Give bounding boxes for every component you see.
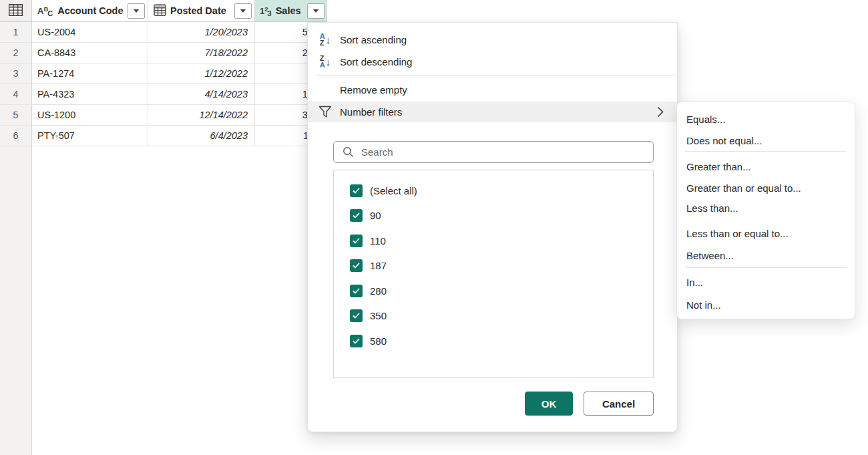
number-filters-submenu: Equals... Does not equal... Greater than… [676,102,855,319]
cell-posted-date[interactable]: 1/20/2023 [148,22,255,43]
checkbox-item-value[interactable]: 280 [334,282,653,299]
search-input[interactable] [360,146,653,158]
checkbox-checked-icon[interactable] [350,285,363,297]
checkbox-checked-icon[interactable] [350,309,363,322]
column-header-label: Account Code [57,5,123,16]
menu-item-remove-empty[interactable]: Remove empty [308,79,677,100]
column-header-label: Posted Date [170,5,226,16]
submenu-item-does-not-equal[interactable]: Does not equal... [677,130,855,150]
row-number[interactable]: 3 [0,63,32,84]
table-grid-icon [9,4,23,18]
checkbox-checked-icon[interactable] [350,184,363,197]
submenu-chevron-right-icon [657,106,664,120]
submenu-item-between[interactable]: Between... [677,245,855,265]
checkbox-checked-icon[interactable] [350,335,363,347]
posted-date-filter-button[interactable] [234,3,252,19]
checkbox-item-value[interactable]: 110 [334,232,653,249]
submenu-item-greater-than[interactable]: Greater than... [677,156,855,176]
cell-account-code[interactable]: US-1200 [32,105,148,126]
search-icon [343,146,354,158]
table-row: 5 US-1200 12/14/2022 350 [0,105,327,126]
column-header-account-code[interactable]: ABC Account Code [32,0,148,22]
cell-account-code[interactable]: PA-4323 [32,84,148,105]
sort-descending-icon: ZA↓ [316,55,335,68]
chevron-down-icon [313,9,318,13]
checkbox-item-value[interactable]: 187 [334,257,653,274]
value-checkbox-list: (Select all) 90 110 187 280 350 580 [333,170,654,378]
checkbox-item-select-all[interactable]: (Select all) [334,182,653,199]
chevron-down-icon [240,9,246,13]
chevron-down-icon [134,9,139,13]
table-corner-header[interactable] [0,0,32,22]
submenu-item-less-than[interactable]: Less than... [677,198,855,218]
checkbox-checked-icon[interactable] [350,259,363,272]
submenu-item-not-in[interactable]: Not in... [677,295,855,315]
checkbox-checked-icon[interactable] [350,209,363,222]
checkbox-item-value[interactable]: 580 [334,332,653,349]
column-header-posted-date[interactable]: Posted Date [148,0,255,22]
account-code-filter-button[interactable] [128,3,145,19]
ok-button[interactable]: OK [525,392,573,416]
submenu-item-in[interactable]: In... [677,272,855,292]
sort-ascending-icon: AZ↓ [316,33,335,46]
filter-dropdown-panel: AZ↓ Sort ascending ZA↓ Sort descending R… [307,22,678,432]
submenu-separator [685,151,847,152]
menu-item-sort-ascending[interactable]: AZ↓ Sort ascending [308,29,677,50]
submenu-item-equals[interactable]: Equals... [677,109,855,129]
number-type-icon: 123 [260,7,272,15]
checkbox-item-value[interactable]: 350 [334,307,653,324]
checkbox-item-value[interactable]: 90 [334,206,653,224]
cell-posted-date[interactable]: 7/18/2022 [148,43,255,63]
row-number[interactable]: 5 [0,105,32,126]
row-number-gutter [0,146,32,455]
menu-item-sort-descending[interactable]: ZA↓ Sort descending [308,51,677,72]
column-header-label: Sales [276,5,301,16]
table-row: 4 PA-4323 4/14/2023 187 [0,84,327,105]
filter-funnel-icon [316,106,335,118]
row-number[interactable]: 2 [0,43,32,63]
submenu-item-greater-than-or-equal[interactable]: Greater than or equal to... [677,178,855,198]
table-row: 3 PA-1274 1/12/2022 90 [0,63,327,84]
cell-account-code[interactable]: PA-1274 [32,63,148,84]
cell-posted-date[interactable]: 1/12/2022 [148,63,255,84]
date-type-icon [154,3,166,18]
menu-item-number-filters[interactable]: Number filters [308,102,677,122]
menu-separator [316,75,677,76]
cell-account-code[interactable]: PTY-507 [32,126,148,146]
cell-account-code[interactable]: CA-8843 [32,43,148,63]
column-header-sales[interactable]: 123 Sales [255,0,327,22]
submenu-item-less-than-or-equal[interactable]: Less than or equal to... [677,223,855,243]
row-number[interactable]: 6 [0,126,32,146]
submenu-separator [685,267,847,268]
sales-filter-button[interactable] [307,3,324,19]
row-number[interactable]: 1 [0,22,32,43]
cell-posted-date[interactable]: 12/14/2022 [148,105,255,126]
cell-account-code[interactable]: US-2004 [32,22,148,43]
table-row: 6 PTY-507 6/4/2023 110 [0,126,327,146]
search-box [333,141,654,163]
table-row: 1 US-2004 1/20/2023 580 [0,22,327,43]
text-type-icon: ABC [37,7,53,15]
table-row: 2 CA-8843 7/18/2022 280 [0,43,327,63]
row-number[interactable]: 4 [0,84,32,105]
cell-posted-date[interactable]: 6/4/2023 [148,126,255,146]
checkbox-checked-icon[interactable] [350,235,363,247]
cell-posted-date[interactable]: 4/14/2023 [148,84,255,105]
cancel-button[interactable]: Cancel [584,392,654,416]
